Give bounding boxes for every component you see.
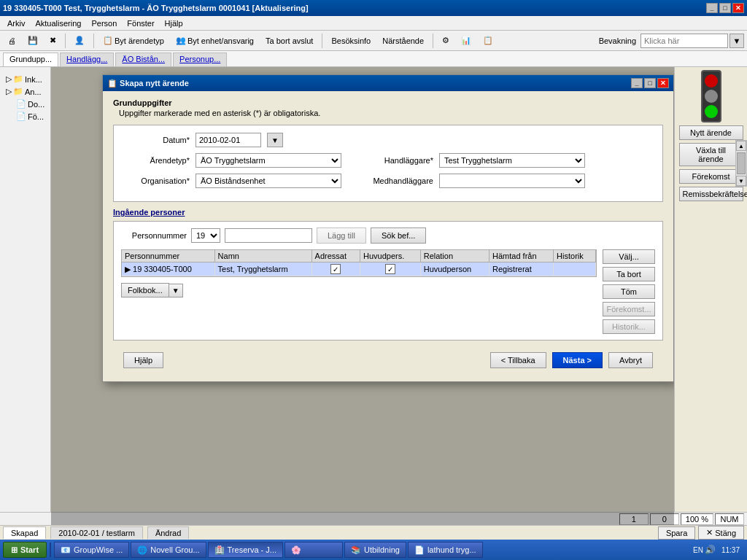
ta-bort-avslut-button[interactable]: Ta bort avslut [260, 34, 318, 47]
status-mode: NUM [715, 513, 744, 525]
tree-item-3[interactable]: 📄 Do... [15, 98, 46, 110]
taskbar-item-flower[interactable]: 🌸 [285, 542, 343, 558]
personnummer-prefix-select[interactable]: 19 20 [191, 228, 220, 243]
dialog-maximize-button[interactable]: □ [644, 78, 656, 88]
tree-expand-icon-2: ▷ [6, 87, 12, 96]
taskbar-system-icons: EN 🔊 [693, 545, 716, 555]
scroll-down-button[interactable]: ▼ [736, 176, 746, 186]
table-row[interactable]: ▶ 19 330405-T000 Test, Trygghetslarm ✓ ✓ [122, 262, 596, 276]
persons-table-container: Personnummer Namn Adressat Huvudpers. Re… [121, 249, 597, 277]
tab-grundupp[interactable]: Grundupp... [3, 52, 58, 66]
arendetyp-select[interactable]: ÄO Trygghetslarm [196, 153, 341, 168]
folkbok-dropdown-button[interactable]: ▼ [169, 284, 183, 298]
bottom-tab-date[interactable]: 2010-02-01 / testlarm [50, 526, 143, 539]
menu-person[interactable]: Person [87, 18, 121, 29]
tab-ao-bistan[interactable]: ÄO Bistån... [115, 52, 171, 66]
delete-toolbar-button[interactable]: ✖ [44, 34, 61, 47]
forekomst-right-button[interactable]: Förekomst [679, 169, 743, 184]
taskbar-item-utbildning[interactable]: 📚 Utbildning [344, 542, 406, 558]
valj-button[interactable]: Välj... [603, 249, 655, 264]
byt-arendetyp-button[interactable]: 📋 Byt ärendetyp [98, 34, 169, 47]
next-button[interactable]: Nästa > [552, 352, 603, 368]
medhandlaggare-label: Medhandläggare [368, 176, 433, 185]
minimize-button[interactable]: _ [706, 3, 718, 13]
side-buttons-panel: Välj... Ta bort Töm Förekomst... Histori… [603, 249, 655, 334]
spara-button[interactable]: Spara [658, 526, 695, 540]
narstående-button[interactable]: Närstående [377, 34, 429, 47]
toolbar-misc-1[interactable]: ⚙ [437, 34, 454, 47]
ta-bort-row-button[interactable]: Ta bort [603, 267, 655, 281]
tree-label-1: Ink... [25, 75, 42, 84]
bottom-tab-andrad[interactable]: Ändrad [147, 526, 189, 539]
print-button[interactable]: 🖨 [3, 34, 21, 47]
maximize-button[interactable]: □ [719, 3, 731, 13]
back-button[interactable]: < Tillbaka [490, 352, 546, 368]
taskbar-item-treserva[interactable]: 🏥 Treserva - J... [208, 542, 283, 558]
datum-input[interactable] [196, 133, 261, 147]
scroll-up-button[interactable]: ▲ [736, 141, 746, 151]
tom-button[interactable]: Töm [603, 284, 655, 299]
folkbok-button[interactable]: Folkbok... [121, 283, 169, 298]
separator-4 [433, 34, 433, 48]
taskbar-item-lathund[interactable]: 📄 lathund tryg... [408, 542, 483, 558]
remissbekraftelse-button[interactable]: Remissbekräftelse [679, 187, 743, 201]
stang-bottom-button[interactable]: ✕ Stäng [698, 526, 744, 540]
besoksinfo-button[interactable]: Besöksinfo [326, 34, 376, 47]
tree-label-2: An... [25, 88, 42, 96]
start-button[interactable]: ⊞ Start [3, 542, 47, 558]
close-button[interactable]: ✕ [732, 3, 744, 13]
lagg-till-button[interactable]: Lägg till [317, 228, 366, 244]
bevakning-input[interactable] [640, 34, 728, 48]
taskbar-item-groupwise[interactable]: 📧 GroupWise ... [54, 542, 129, 558]
persons-table: Personnummer Namn Adressat Huvudpers. Re… [122, 250, 596, 276]
organisation-row: Organisation* ÄO Biståndsenhet Medhandlä… [124, 174, 652, 188]
scroll-thumb[interactable] [737, 152, 746, 174]
tree-item-2[interactable]: ▷ 📁 An... [4, 85, 46, 98]
tree-item-4[interactable]: 📄 Fö... [15, 110, 46, 122]
menu-fonster[interactable]: Fönster [123, 18, 158, 29]
adressat-checkbox[interactable]: ✓ [330, 264, 341, 274]
menu-arkiv[interactable]: Arkiv [3, 18, 29, 29]
toolbar-misc-3[interactable]: 📋 [478, 34, 498, 47]
organisation-label: Organisation* [124, 176, 190, 185]
tab-personup[interactable]: Personup... [173, 52, 227, 66]
bottom-tab-skapad[interactable]: Skapad [3, 526, 46, 539]
toolbar-misc-2[interactable]: 📊 [456, 34, 476, 47]
persons-table-wrap: Personnummer Namn Adressat Huvudpers. Re… [121, 249, 597, 334]
taskbar-item-novell[interactable]: 🌐 Novell Grou... [131, 542, 206, 558]
forekomst-button[interactable]: Förekomst... [603, 302, 655, 316]
huvudpers-checkbox[interactable]: ✓ [385, 264, 395, 274]
menu-hjalp[interactable]: Hjälp [160, 18, 187, 29]
help-button[interactable]: Hjälp [123, 352, 163, 368]
bevakning-dropdown[interactable]: ▼ [729, 34, 744, 48]
dialog-title-text: Skapa nytt ärende [120, 79, 630, 88]
content-area: 📋 Skapa nytt ärende _ □ ✕ Grunduppgifter… [51, 67, 674, 525]
tree-item-1[interactable]: ▷ 📁 Ink... [4, 73, 46, 85]
byt-arendetyp-icon: 📋 [103, 36, 113, 45]
right-scrollbar[interactable]: ▲ ▼ [735, 140, 747, 481]
datum-calendar-button[interactable]: ▼ [267, 133, 283, 147]
personnummer-label: Personnummer [121, 231, 187, 240]
organisation-select[interactable]: ÄO Biståndsenhet [196, 174, 341, 188]
person-button[interactable]: 👤 [69, 34, 90, 47]
tree-folder-icon-2: 📁 [13, 87, 23, 96]
historik-button[interactable]: Historik... [603, 319, 655, 334]
nytt-arende-button[interactable]: Nytt ärende [679, 125, 743, 140]
dialog-title-icon: 📋 [107, 79, 117, 88]
tab-handlagg[interactable]: Handlägg... [60, 52, 114, 66]
separator-2 [93, 34, 94, 48]
save-toolbar-button[interactable]: 💾 [23, 34, 43, 47]
personnummer-input[interactable] [225, 228, 312, 243]
dialog-close-button[interactable]: ✕ [657, 78, 669, 88]
dialog-minimize-button[interactable]: _ [631, 78, 643, 88]
vaxla-till-arende-button[interactable]: Växla till ärende [679, 143, 743, 166]
medhandlaggare-select[interactable] [439, 174, 585, 188]
byt-enhet-button[interactable]: 👥 Byt enhet/ansvarig [171, 34, 259, 47]
sok-bef-button[interactable]: Sök bef... [371, 228, 426, 244]
row-historik-cell [554, 262, 596, 276]
tree-doc-icon: 📄 [16, 99, 26, 109]
cancel-button[interactable]: Avbryt [608, 352, 653, 368]
traffic-light-green [705, 105, 718, 118]
handlaggare-select[interactable]: Test Trygghetslarm [439, 153, 585, 168]
menu-aktualisering[interactable]: Aktualisering [31, 18, 85, 29]
